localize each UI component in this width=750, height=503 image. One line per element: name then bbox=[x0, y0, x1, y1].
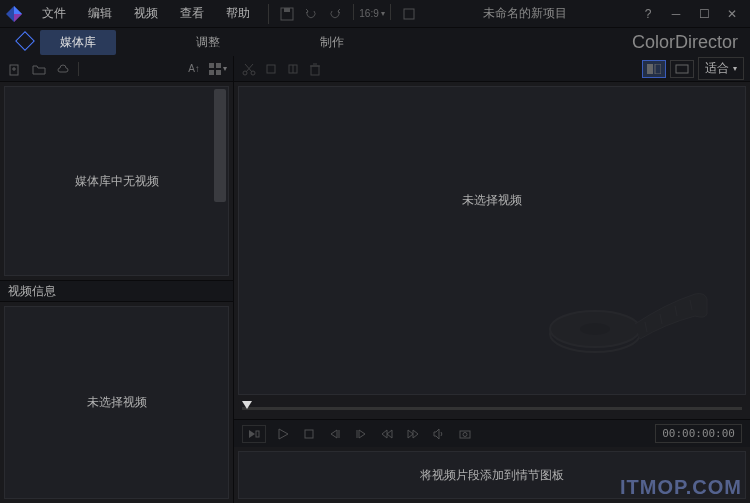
cut-icon[interactable] bbox=[240, 60, 258, 78]
tool3-icon[interactable] bbox=[284, 60, 302, 78]
film-reel-icon bbox=[535, 254, 715, 374]
svg-marker-45 bbox=[434, 429, 439, 439]
view-mode-dropdown[interactable]: ▾ bbox=[209, 60, 227, 78]
timeline-track[interactable] bbox=[242, 407, 742, 410]
svg-point-47 bbox=[463, 432, 467, 436]
mode-icon[interactable] bbox=[242, 425, 266, 443]
undo-icon[interactable] bbox=[301, 4, 321, 24]
menu-view[interactable]: 查看 bbox=[170, 1, 214, 26]
video-info-panel: 未选择视频 bbox=[4, 306, 229, 499]
tab-adjust[interactable]: 调整 bbox=[176, 30, 240, 55]
import-file-icon[interactable] bbox=[6, 60, 24, 78]
brand-label: ColorDirector bbox=[632, 32, 738, 53]
rewind-icon[interactable] bbox=[378, 425, 396, 443]
main-area: A↑ ▾ 媒体库中无视频 视频信息 未选择视频 适合▾ 未选择视频 bbox=[0, 56, 750, 503]
svg-rect-25 bbox=[676, 65, 688, 73]
svg-rect-5 bbox=[404, 9, 414, 19]
fullscreen-icon[interactable] bbox=[399, 4, 419, 24]
preview-empty-text: 未选择视频 bbox=[462, 192, 522, 209]
svg-rect-11 bbox=[209, 70, 214, 75]
playback-controls: 00:00:00:00 bbox=[234, 419, 750, 447]
tab-media[interactable]: 媒体库 bbox=[40, 30, 116, 55]
app-logo bbox=[0, 0, 28, 28]
help-button[interactable]: ? bbox=[638, 4, 658, 24]
close-button[interactable]: ✕ bbox=[722, 4, 742, 24]
svg-marker-33 bbox=[249, 430, 255, 438]
menu-file[interactable]: 文件 bbox=[32, 1, 76, 26]
menu-help[interactable]: 帮助 bbox=[216, 1, 260, 26]
titlebar: 文件 编辑 视频 查看 帮助 16:9▾ 未命名的新项目 ? ─ ☐ ✕ bbox=[0, 0, 750, 28]
delete-icon[interactable] bbox=[306, 60, 324, 78]
main-menu: 文件 编辑 视频 查看 帮助 bbox=[32, 1, 260, 26]
project-title: 未命名的新项目 bbox=[419, 5, 630, 22]
timeline-playhead[interactable] bbox=[242, 401, 252, 409]
main-tabs: 媒体库 调整 制作 ColorDirector bbox=[0, 28, 750, 56]
svg-rect-12 bbox=[216, 70, 221, 75]
timeline[interactable] bbox=[242, 399, 742, 419]
svg-marker-1 bbox=[14, 6, 22, 14]
timecode-display[interactable]: 00:00:00:00 bbox=[655, 424, 742, 443]
maximize-button[interactable]: ☐ bbox=[694, 4, 714, 24]
menu-video[interactable]: 视频 bbox=[124, 1, 168, 26]
svg-rect-24 bbox=[655, 64, 661, 74]
compare-view-icon[interactable] bbox=[642, 60, 666, 78]
preview-toolbar: 适合▾ bbox=[234, 56, 750, 82]
redo-icon[interactable] bbox=[325, 4, 345, 24]
save-icon[interactable] bbox=[277, 4, 297, 24]
video-info-header: 视频信息 bbox=[0, 280, 233, 302]
svg-rect-34 bbox=[256, 431, 259, 437]
forward-icon[interactable] bbox=[404, 425, 422, 443]
svg-rect-9 bbox=[209, 63, 214, 68]
svg-marker-37 bbox=[331, 430, 337, 438]
toolbar-icons: 16:9▾ bbox=[268, 4, 419, 24]
cloud-icon[interactable] bbox=[54, 60, 72, 78]
volume-icon[interactable] bbox=[430, 425, 448, 443]
media-scrollbar[interactable] bbox=[214, 89, 226, 202]
svg-rect-10 bbox=[216, 63, 221, 68]
stop-icon[interactable] bbox=[300, 425, 318, 443]
window-controls: ? ─ ☐ ✕ bbox=[630, 4, 750, 24]
prev-frame-icon[interactable] bbox=[326, 425, 344, 443]
zoom-fit-dropdown[interactable]: 适合▾ bbox=[698, 57, 744, 80]
play-icon[interactable] bbox=[274, 425, 292, 443]
single-view-icon[interactable] bbox=[670, 60, 694, 78]
svg-point-28 bbox=[580, 323, 610, 335]
svg-marker-2 bbox=[14, 14, 22, 22]
sort-dropdown[interactable]: A↑ bbox=[185, 60, 203, 78]
video-info-empty-text: 未选择视频 bbox=[87, 394, 147, 411]
svg-marker-35 bbox=[279, 429, 288, 439]
media-library[interactable]: 媒体库中无视频 bbox=[4, 86, 229, 276]
preview-area[interactable]: 未选择视频 bbox=[238, 86, 746, 395]
svg-rect-17 bbox=[267, 65, 275, 73]
svg-rect-20 bbox=[311, 66, 319, 75]
watermark: ITMOP.COM bbox=[620, 476, 742, 499]
media-empty-text: 媒体库中无视频 bbox=[75, 173, 159, 190]
menu-edit[interactable]: 编辑 bbox=[78, 1, 122, 26]
snapshot-icon[interactable] bbox=[456, 425, 474, 443]
aspect-ratio-dropdown[interactable]: 16:9▾ bbox=[362, 4, 382, 24]
svg-marker-39 bbox=[359, 430, 365, 438]
left-panel: A↑ ▾ 媒体库中无视频 视频信息 未选择视频 bbox=[0, 56, 234, 503]
import-folder-icon[interactable] bbox=[30, 60, 48, 78]
svg-marker-43 bbox=[408, 430, 413, 438]
svg-rect-4 bbox=[284, 8, 290, 12]
tab-produce[interactable]: 制作 bbox=[300, 30, 364, 55]
svg-rect-23 bbox=[647, 64, 653, 74]
right-panel: 适合▾ 未选择视频 00:00:00:00 将视频片段添加到情节图板 bbox=[234, 56, 750, 503]
storyboard-hint-text: 将视频片段添加到情节图板 bbox=[420, 467, 564, 484]
svg-rect-36 bbox=[305, 430, 313, 438]
minimize-button[interactable]: ─ bbox=[666, 4, 686, 24]
crop-icon[interactable] bbox=[262, 60, 280, 78]
svg-marker-42 bbox=[387, 430, 392, 438]
next-frame-icon[interactable] bbox=[352, 425, 370, 443]
media-toolbar: A↑ ▾ bbox=[0, 56, 233, 82]
